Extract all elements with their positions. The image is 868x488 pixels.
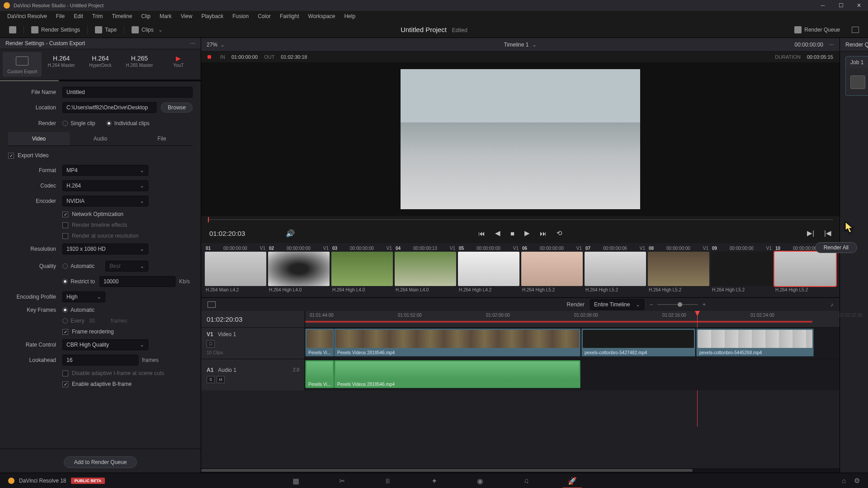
menu-mark[interactable]: Mark: [155, 11, 176, 21]
render-queue-button[interactable]: Render Queue: [791, 24, 844, 35]
format-dropdown[interactable]: MP4: [62, 165, 148, 176]
loop-button[interactable]: ⟲: [557, 229, 562, 237]
next-clip-button[interactable]: ▶|: [807, 229, 814, 237]
zoom-in-button[interactable]: +: [703, 301, 706, 308]
prev-clip-button[interactable]: |◀: [824, 229, 831, 237]
quality-restrict-radio[interactable]: [62, 279, 68, 284]
clip-thumbnail[interactable]: 0500:00:00:00V1H.264 High L4.2: [458, 245, 519, 296]
render-tl-effects-check[interactable]: [62, 222, 68, 228]
first-frame-button[interactable]: ⏮: [478, 230, 485, 237]
close-button[interactable]: ✕: [850, 0, 868, 11]
menu-edit[interactable]: Edit: [69, 11, 88, 21]
edit-page-icon[interactable]: ⫼: [383, 477, 393, 485]
menu-fusion[interactable]: Fusion: [228, 11, 253, 21]
menu-fairlight[interactable]: Fairlight: [275, 11, 304, 21]
menu-help[interactable]: Help: [340, 11, 360, 21]
preset-h265-master[interactable]: H.265H.265 Master: [120, 52, 159, 77]
lookahead-input[interactable]: [62, 355, 138, 366]
clip-thumbnail[interactable]: 0800:00:00:00V1H.264 High L5.2: [648, 245, 709, 296]
render-range-dropdown[interactable]: Entire Timeline: [590, 299, 644, 310]
menu-resolve[interactable]: DaVinci Resolve: [3, 11, 52, 21]
tab-video[interactable]: Video: [8, 132, 70, 145]
preset-hyperdeck[interactable]: H.264HyperDeck: [81, 52, 120, 77]
network-opt-check[interactable]: [62, 211, 68, 217]
audio-meters-icon[interactable]: ♪: [830, 301, 833, 308]
menu-workspace[interactable]: Workspace: [304, 11, 340, 21]
color-page-icon[interactable]: ◉: [475, 477, 485, 485]
clip-thumbnail[interactable]: 0300:00:00:00V1H.264 High L4.0: [331, 245, 393, 296]
bitrate-input[interactable]: [99, 276, 175, 287]
keyframes-every-radio[interactable]: [62, 318, 68, 324]
track-enable-button[interactable]: ☐: [207, 340, 215, 347]
resolution-dropdown[interactable]: 868 x 488 HD: [62, 244, 148, 254]
play-button[interactable]: ▶: [524, 229, 530, 237]
zoom-out-button[interactable]: −: [650, 301, 653, 308]
home-icon[interactable]: ⌂: [842, 477, 846, 485]
render-settings-button[interactable]: Render Settings: [28, 24, 84, 35]
browse-button[interactable]: Browse: [161, 103, 193, 113]
timeline-zoom-slider[interactable]: [657, 304, 698, 305]
timeline-name[interactable]: Timeline 1: [504, 42, 529, 48]
video-clip[interactable]: pexels-cottonbro-5445268.mp4: [696, 328, 814, 357]
menu-trim[interactable]: Trim: [88, 11, 108, 21]
export-video-check[interactable]: [8, 153, 14, 159]
viewer-menu-icon[interactable]: ⋯: [829, 42, 834, 48]
workspace-layout-button[interactable]: [848, 25, 863, 35]
solo-button[interactable]: S: [207, 376, 215, 383]
tape-button[interactable]: Tape: [91, 24, 120, 35]
video-clip[interactable]: Pexels Vi...: [305, 328, 334, 357]
disable-iframe-check[interactable]: [62, 371, 68, 376]
menu-timeline[interactable]: Timeline: [107, 11, 137, 21]
timeline-ruler[interactable]: 01:01:44:0001:01:52:0001:02:00:0001:02:0…: [305, 311, 840, 327]
tab-file[interactable]: File: [131, 132, 193, 145]
menu-clip[interactable]: Clip: [137, 11, 155, 21]
menu-file[interactable]: File: [52, 11, 69, 21]
clip-thumbnail[interactable]: 0200:00:00:00V1H.264 High L4.0: [268, 245, 330, 296]
location-input[interactable]: [62, 102, 156, 113]
cut-page-icon[interactable]: ✂: [337, 477, 347, 485]
panel-menu-icon[interactable]: ⋯: [190, 40, 195, 47]
deliver-page-icon[interactable]: [5, 24, 20, 35]
quality-auto-radio[interactable]: [62, 263, 68, 269]
render-individual-radio[interactable]: [106, 121, 112, 126]
fusion-page-icon[interactable]: ✦: [429, 477, 439, 485]
render-job-card[interactable]: Job 1 ⏱ ✎ ✕ Untitled Project | Timeline …: [845, 56, 868, 96]
audio-track-1[interactable]: Pexels Vi...Pexels Videos 2818546.mp4: [305, 359, 840, 390]
preset-youtube[interactable]: ▶YouT: [159, 52, 198, 77]
menu-color[interactable]: Color: [253, 11, 275, 21]
mute-button[interactable]: M: [217, 376, 225, 383]
render-single-radio[interactable]: [62, 121, 68, 126]
minimize-button[interactable]: ─: [814, 0, 832, 11]
media-page-icon[interactable]: ▦: [291, 477, 301, 485]
maximize-button[interactable]: ☐: [832, 0, 850, 11]
viewer-zoom-dropdown[interactable]: 27%⌄: [207, 42, 225, 48]
render-all-button[interactable]: Render All: [815, 242, 857, 253]
filename-input[interactable]: [62, 87, 193, 98]
timeline-view-options-icon[interactable]: [208, 301, 216, 308]
clip-thumbnail[interactable]: 0600:00:00:00V1H.264 High L5.2: [521, 245, 583, 296]
last-frame-button[interactable]: ⏭: [540, 230, 547, 237]
clip-thumbnail[interactable]: 0900:00:00:00V1H.264 High L5.2: [711, 245, 773, 296]
clip-thumbnail[interactable]: 0400:00:00:13V1H.264 Main L4.0: [395, 245, 456, 296]
keyframes-auto-radio[interactable]: [62, 307, 68, 313]
project-settings-icon[interactable]: ⚙: [854, 477, 860, 485]
encoder-dropdown[interactable]: NVIDIA: [62, 196, 148, 206]
codec-dropdown[interactable]: H.264: [62, 180, 148, 191]
video-track-1[interactable]: Pexels Vi...Pexels Videos 2818546.mp4pex…: [305, 328, 840, 359]
tab-audio[interactable]: Audio: [70, 132, 131, 145]
menu-playback[interactable]: Playback: [197, 11, 228, 21]
clip-thumbnail[interactable]: 0700:00:00:06V1H.264 High L5.2: [585, 245, 646, 296]
video-clip[interactable]: pexels-cottonbro-5427482.mp4: [581, 328, 695, 357]
audio-clip[interactable]: Pexels Videos 2818546.mp4: [334, 360, 580, 388]
encoding-profile-dropdown[interactable]: High: [62, 291, 105, 302]
clip-thumbnail[interactable]: 0100:00:00:00V1H.264 Main L4.2: [205, 245, 266, 296]
timeline-scrollbar[interactable]: [201, 468, 840, 473]
prev-frame-button[interactable]: ◀: [495, 229, 500, 237]
rate-control-dropdown[interactable]: CBR High Quality: [62, 339, 148, 350]
clips-button[interactable]: Clips⌄: [128, 24, 166, 35]
deliver-page-icon[interactable]: 🚀: [567, 477, 577, 485]
render-src-res-check[interactable]: [62, 233, 68, 239]
fairlight-page-icon[interactable]: ♫: [521, 477, 531, 485]
viewer-scrubber[interactable]: [208, 216, 833, 223]
video-clip[interactable]: Pexels Videos 2818546.mp4: [334, 328, 580, 357]
